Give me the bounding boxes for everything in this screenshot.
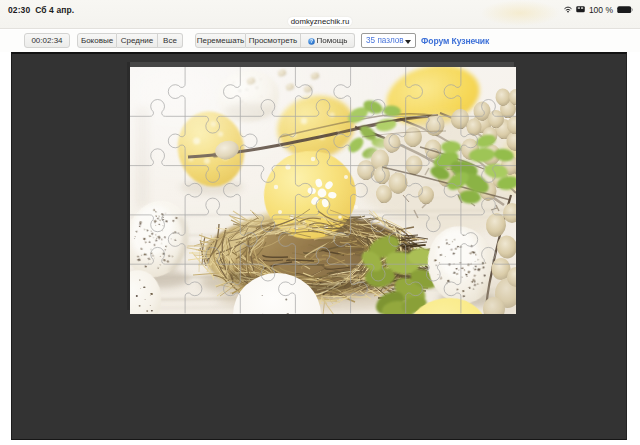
svg-text:?: ? xyxy=(310,39,313,44)
